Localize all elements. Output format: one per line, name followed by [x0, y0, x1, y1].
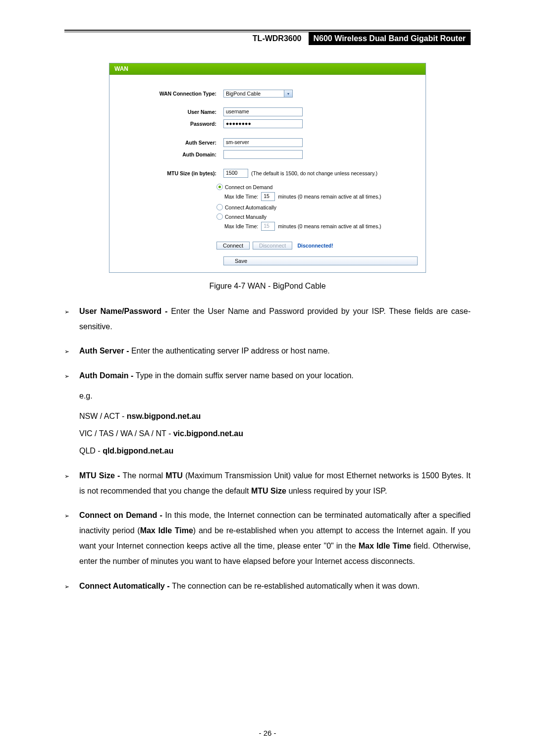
- bullet-icon: ➢: [64, 368, 79, 383]
- figure-caption: Figure 4-7 WAN - BigPond Cable: [109, 282, 426, 291]
- opt-manual-label: Connect Manually: [225, 214, 267, 220]
- auth-server-label: Auth Server:: [117, 140, 223, 146]
- example-label: e.g.: [79, 388, 471, 403]
- auth-server-input[interactable]: sm-server: [223, 138, 303, 147]
- chevron-down-icon[interactable]: ▾: [284, 90, 292, 97]
- model-label: TL-WDR3600: [246, 32, 309, 45]
- idle-hint-1: minutes (0 means remain active at all ti…: [278, 194, 381, 200]
- auth-domain-input[interactable]: [223, 150, 303, 159]
- conn-type-select[interactable]: BigPond Cable ▾: [223, 90, 293, 98]
- example-vic: VIC / TAS / WA / SA / NT - vic.bigpond.n…: [79, 426, 471, 441]
- password-input[interactable]: ●●●●●●●●: [223, 119, 303, 128]
- connect-button[interactable]: Connect: [216, 242, 250, 250]
- max-idle-label-1: Max Idle Time:: [224, 194, 258, 200]
- password-label: Password:: [117, 121, 223, 127]
- username-input[interactable]: username: [223, 107, 303, 116]
- radio-connect-on-demand[interactable]: [216, 184, 223, 190]
- bullet-icon: ➢: [64, 507, 79, 569]
- def-auth-server: ➢ Auth Server - Enter the authenticating…: [64, 343, 471, 358]
- disconnect-button: Disconnect: [253, 242, 292, 250]
- opt-demand-label: Connect on Demand: [225, 184, 272, 190]
- max-idle-input-1[interactable]: 15: [261, 192, 275, 201]
- panel-title: WAN: [109, 63, 426, 75]
- product-title: N600 Wireless Dual Band Gigabit Router: [309, 32, 471, 45]
- example-nsw: NSW / ACT - nsw.bigpond.net.au: [79, 408, 471, 424]
- mtu-input[interactable]: 1500: [223, 169, 248, 178]
- bullet-icon: ➢: [64, 303, 79, 334]
- bullet-icon: ➢: [64, 343, 79, 358]
- save-button[interactable]: Save: [223, 256, 418, 265]
- bullet-icon: ➢: [64, 578, 79, 594]
- username-label: User Name:: [117, 109, 223, 115]
- page-header: TL-WDR3600 N600 Wireless Dual Band Gigab…: [64, 32, 471, 45]
- wan-settings-panel: WAN WAN Connection Type: BigPond Cable ▾…: [109, 63, 426, 273]
- idle-hint-2: minutes (0 means remain active at all ti…: [278, 223, 381, 229]
- def-mtu-size: ➢ MTU Size - The normal MTU (Maximum Tra…: [64, 468, 471, 499]
- mtu-label: MTU Size (in bytes):: [117, 170, 223, 176]
- mtu-hint: (The default is 1500, do not change unle…: [251, 170, 377, 176]
- def-auth-domain: ➢ Auth Domain - Type in the domain suffi…: [64, 368, 471, 383]
- radio-connect-auto[interactable]: [216, 204, 223, 210]
- def-connect-on-demand: ➢ Connect on Demand - In this mode, the …: [64, 507, 471, 569]
- page-number: - 26 -: [0, 729, 535, 737]
- example-qld: QLD - qld.bigpond.net.au: [79, 443, 471, 458]
- auth-domain-label: Auth Domain:: [117, 151, 223, 157]
- bullet-icon: ➢: [64, 468, 79, 499]
- def-username-password: ➢ User Name/Password - Enter the User Na…: [64, 303, 471, 334]
- opt-auto-label: Connect Automatically: [225, 204, 276, 210]
- max-idle-input-2: 15: [261, 222, 275, 231]
- radio-connect-manual[interactable]: [216, 213, 223, 220]
- def-connect-auto: ➢ Connect Automatically - The connection…: [64, 578, 471, 594]
- connection-status: Disconnected!: [297, 243, 333, 249]
- conn-type-label: WAN Connection Type:: [117, 91, 223, 97]
- max-idle-label-2: Max Idle Time:: [224, 223, 258, 229]
- conn-type-value: BigPond Cable: [226, 91, 261, 97]
